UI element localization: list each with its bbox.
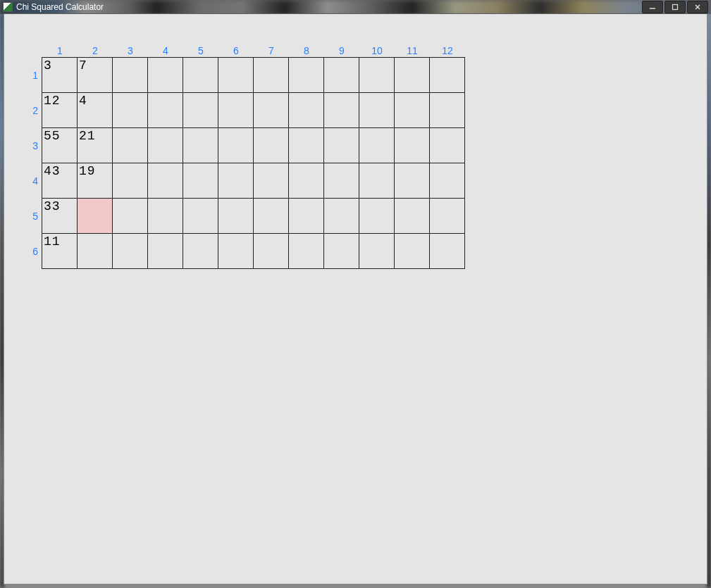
cell-r6c12[interactable] bbox=[429, 233, 465, 269]
cell-r1c7[interactable] bbox=[253, 57, 289, 93]
cell-r5c2[interactable] bbox=[77, 198, 113, 234]
cell-r3c11[interactable] bbox=[394, 127, 430, 163]
cell-r4c5[interactable] bbox=[183, 163, 218, 199]
cell-r4c12[interactable] bbox=[429, 163, 465, 199]
cell-r4c7[interactable] bbox=[253, 163, 289, 199]
cell-r2c1[interactable]: 12 bbox=[42, 92, 78, 128]
row-header-1[interactable]: 1 bbox=[24, 58, 42, 93]
cell-r1c4[interactable] bbox=[147, 57, 183, 93]
cell-r3c7[interactable] bbox=[253, 127, 289, 163]
cell-r5c12[interactable] bbox=[429, 198, 465, 234]
col-header-1[interactable]: 1 bbox=[42, 44, 78, 58]
cell-r2c11[interactable] bbox=[394, 92, 430, 128]
cell-r1c2[interactable]: 7 bbox=[77, 57, 113, 93]
cell-r6c5[interactable] bbox=[183, 233, 218, 269]
col-header-9[interactable]: 9 bbox=[324, 44, 359, 58]
cell-r4c4[interactable] bbox=[147, 163, 183, 199]
cell-r3c5[interactable] bbox=[183, 127, 218, 163]
cell-r4c9[interactable] bbox=[323, 163, 359, 199]
cell-r4c10[interactable] bbox=[359, 163, 395, 199]
cell-r5c1[interactable]: 33 bbox=[42, 198, 78, 234]
cell-r6c9[interactable] bbox=[323, 233, 359, 269]
row-header-4[interactable]: 4 bbox=[24, 163, 42, 199]
col-header-6[interactable]: 6 bbox=[218, 44, 254, 58]
cell-r3c8[interactable] bbox=[288, 127, 324, 163]
col-header-2[interactable]: 2 bbox=[78, 44, 113, 58]
cell-r6c10[interactable] bbox=[359, 233, 395, 269]
row-headers: 1 2 3 4 5 6 bbox=[24, 58, 42, 269]
cell-r5c9[interactable] bbox=[323, 198, 359, 234]
cell-r5c6[interactable] bbox=[218, 198, 254, 234]
row-header-6[interactable]: 6 bbox=[24, 234, 42, 269]
col-header-3[interactable]: 3 bbox=[113, 44, 148, 58]
cell-r6c3[interactable] bbox=[112, 233, 148, 269]
cell-r3c6[interactable] bbox=[218, 127, 254, 163]
cell-r2c5[interactable] bbox=[183, 92, 218, 128]
cell-r5c4[interactable] bbox=[147, 198, 183, 234]
column-headers: 1 2 3 4 5 6 7 8 9 10 11 12 bbox=[42, 44, 465, 58]
col-header-4[interactable]: 4 bbox=[148, 44, 183, 58]
close-button[interactable] bbox=[687, 1, 708, 13]
maximize-button[interactable] bbox=[664, 1, 686, 13]
cell-r3c10[interactable] bbox=[359, 127, 395, 163]
cell-r3c12[interactable] bbox=[429, 127, 465, 163]
cell-r6c8[interactable] bbox=[288, 233, 324, 269]
cell-r2c2[interactable]: 4 bbox=[77, 92, 113, 128]
cell-r5c3[interactable] bbox=[112, 198, 148, 234]
cell-r4c1[interactable]: 43 bbox=[42, 163, 78, 199]
cell-r4c11[interactable] bbox=[394, 163, 430, 199]
row-header-5[interactable]: 5 bbox=[24, 199, 42, 234]
col-header-8[interactable]: 8 bbox=[289, 44, 324, 58]
cell-r3c3[interactable] bbox=[112, 127, 148, 163]
cell-r5c8[interactable] bbox=[288, 198, 324, 234]
cell-r6c1[interactable]: 11 bbox=[42, 233, 78, 269]
cell-r4c3[interactable] bbox=[112, 163, 148, 199]
cell-r5c5[interactable] bbox=[183, 198, 218, 234]
cell-r1c6[interactable] bbox=[218, 57, 254, 93]
col-header-10[interactable]: 10 bbox=[359, 44, 395, 58]
cell-r5c7[interactable] bbox=[253, 198, 289, 234]
cell-r2c6[interactable] bbox=[218, 92, 254, 128]
cell-r3c2[interactable]: 21 bbox=[77, 127, 113, 163]
row-header-3[interactable]: 3 bbox=[24, 128, 42, 163]
col-header-12[interactable]: 12 bbox=[430, 44, 465, 58]
col-header-7[interactable]: 7 bbox=[254, 44, 289, 58]
minimize-button[interactable] bbox=[642, 1, 663, 13]
cell-r2c8[interactable] bbox=[288, 92, 324, 128]
cell-r1c3[interactable] bbox=[112, 57, 148, 93]
cell-r3c9[interactable] bbox=[323, 127, 359, 163]
window-title: Chi Squared Calculator bbox=[16, 2, 104, 12]
titlebar[interactable]: Chi Squared Calculator bbox=[0, 0, 711, 14]
col-header-11[interactable]: 11 bbox=[395, 44, 430, 58]
cell-r1c8[interactable] bbox=[288, 57, 324, 93]
cell-r6c2[interactable] bbox=[77, 233, 113, 269]
cell-r5c11[interactable] bbox=[394, 198, 430, 234]
cell-r2c12[interactable] bbox=[429, 92, 465, 128]
cell-r1c11[interactable] bbox=[394, 57, 430, 93]
cell-r2c3[interactable] bbox=[112, 92, 148, 128]
cell-r6c6[interactable] bbox=[218, 233, 254, 269]
cell-r4c6[interactable] bbox=[218, 163, 254, 199]
col-header-5[interactable]: 5 bbox=[183, 44, 218, 58]
svg-rect-1 bbox=[673, 4, 678, 9]
cell-r6c7[interactable] bbox=[253, 233, 289, 269]
cell-r1c1[interactable]: 3 bbox=[42, 57, 78, 93]
cell-r2c10[interactable] bbox=[359, 92, 395, 128]
cell-r4c8[interactable] bbox=[288, 163, 324, 199]
cell-r1c10[interactable] bbox=[359, 57, 395, 93]
spreadsheet-grid: 1 2 3 4 5 6 7 8 9 10 11 12 1 2 3 4 5 6 3… bbox=[24, 44, 465, 269]
cell-r3c1[interactable]: 55 bbox=[42, 127, 78, 163]
cell-r1c9[interactable] bbox=[323, 57, 359, 93]
cell-r2c9[interactable] bbox=[323, 92, 359, 128]
cell-r6c4[interactable] bbox=[147, 233, 183, 269]
cell-r2c7[interactable] bbox=[253, 92, 289, 128]
cell-r6c11[interactable] bbox=[394, 233, 430, 269]
cell-r1c12[interactable] bbox=[429, 57, 465, 93]
row-header-2[interactable]: 2 bbox=[24, 93, 42, 128]
cell-r5c10[interactable] bbox=[359, 198, 395, 234]
cell-r1c5[interactable] bbox=[183, 57, 218, 93]
cell-r4c2[interactable]: 19 bbox=[77, 163, 113, 199]
cell-r3c4[interactable] bbox=[147, 127, 183, 163]
cell-r2c4[interactable] bbox=[147, 92, 183, 128]
client-area: 1 2 3 4 5 6 7 8 9 10 11 12 1 2 3 4 5 6 3… bbox=[4, 13, 707, 584]
